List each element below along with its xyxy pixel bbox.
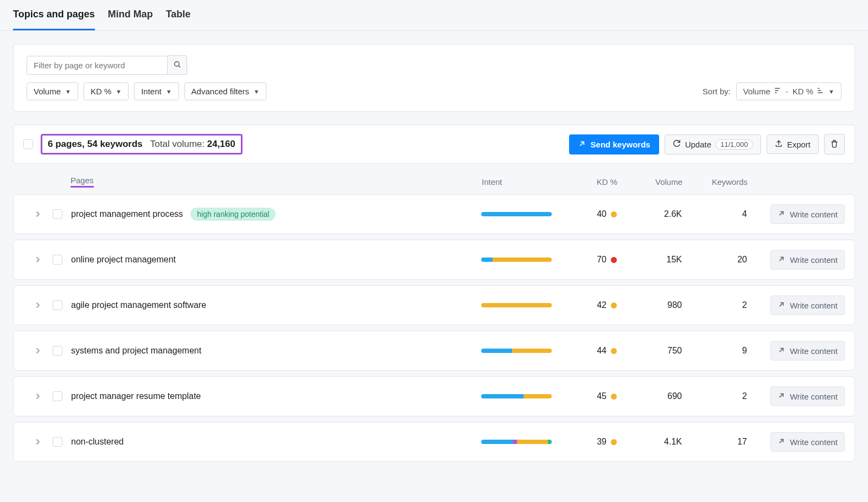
page-name[interactable]: project management process <box>71 209 183 219</box>
summary-highlight: 6 pages, 54 keywords Total volume: 24,16… <box>41 134 242 155</box>
volume-cell: 690 <box>617 391 682 401</box>
svg-point-0 <box>174 61 179 66</box>
keywords-cell: 17 <box>682 437 747 447</box>
export-button[interactable]: Export <box>767 134 819 154</box>
summary-volume-label: Total volume: <box>150 139 205 149</box>
intent-bar <box>481 440 552 444</box>
summary-bar: 6 pages, 54 keywords Total volume: 24,16… <box>13 125 855 164</box>
write-content-button[interactable]: Write content <box>770 341 845 361</box>
chevron-down-icon: ▼ <box>116 88 122 95</box>
kd-cell: 45 <box>563 391 617 401</box>
col-pages[interactable]: Pages <box>71 176 94 188</box>
expand-toggle[interactable] <box>23 210 53 218</box>
expand-toggle[interactable] <box>23 438 53 446</box>
arrow-icon <box>777 300 786 310</box>
col-kd[interactable]: KD % <box>563 177 617 186</box>
table-row: non-clustered394.1K17Write content <box>13 422 855 462</box>
row-checkbox[interactable] <box>53 346 62 356</box>
trash-icon <box>830 139 839 150</box>
volume-cell: 980 <box>617 300 682 310</box>
row-checkbox[interactable] <box>53 391 62 401</box>
search-input[interactable] <box>27 56 168 75</box>
table-row: project manager resume template456902Wri… <box>13 376 855 416</box>
table-row: project management processhigh ranking p… <box>13 194 855 234</box>
expand-toggle[interactable] <box>23 301 53 310</box>
expand-toggle[interactable] <box>23 392 53 401</box>
select-all-checkbox[interactable] <box>23 139 33 149</box>
page-cell: project management processhigh ranking p… <box>71 208 481 221</box>
table-row: systems and project management447509Writ… <box>13 331 855 371</box>
tab-bar: Topics and pages Mind Map Table <box>0 0 868 31</box>
write-content-button[interactable]: Write content <box>770 387 845 406</box>
expand-toggle[interactable] <box>23 347 53 355</box>
update-button[interactable]: Update 11/1,000 <box>665 134 761 155</box>
intent-bar <box>481 258 552 262</box>
filter-intent[interactable]: Intent▼ <box>134 82 178 100</box>
table-row: online project management7015K20Write co… <box>13 240 855 280</box>
page-cell: systems and project management <box>71 346 481 356</box>
write-content-button[interactable]: Write content <box>770 204 845 224</box>
kd-cell: 39 <box>563 437 617 447</box>
search-button[interactable] <box>168 55 187 75</box>
keywords-cell: 4 <box>682 209 747 219</box>
kd-cell: 42 <box>563 300 617 310</box>
kd-cell: 40 <box>563 209 617 219</box>
delete-button[interactable] <box>824 134 845 155</box>
expand-toggle[interactable] <box>23 256 53 264</box>
row-checkbox[interactable] <box>53 255 62 265</box>
sort-desc-icon <box>775 87 781 95</box>
volume-cell: 15K <box>617 255 682 265</box>
kd-dot-icon <box>611 394 617 400</box>
kd-cell: 70 <box>563 255 617 265</box>
row-checkbox[interactable] <box>53 209 62 219</box>
page-name[interactable]: project manager resume template <box>71 391 201 401</box>
arrow-icon <box>578 139 586 150</box>
row-checkbox[interactable] <box>53 300 62 310</box>
kd-cell: 44 <box>563 346 617 356</box>
table-row: agile project management software429802W… <box>13 285 855 325</box>
col-keywords[interactable]: Keywords <box>682 177 748 186</box>
svg-line-1 <box>178 66 180 67</box>
chevron-down-icon: ▼ <box>65 88 71 95</box>
col-intent[interactable]: Intent <box>482 177 563 186</box>
page-name[interactable]: non-clustered <box>71 437 124 447</box>
filter-kd[interactable]: KD %▼ <box>84 82 129 100</box>
row-checkbox[interactable] <box>53 437 62 447</box>
tab-mind-map[interactable]: Mind Map <box>108 0 153 30</box>
arrow-icon <box>777 437 786 447</box>
volume-cell: 4.1K <box>617 437 682 447</box>
page-name[interactable]: online project management <box>71 255 176 265</box>
intent-bar <box>481 212 552 216</box>
tab-topics-pages[interactable]: Topics and pages <box>13 0 95 30</box>
write-content-button[interactable]: Write content <box>770 295 845 315</box>
keywords-cell: 20 <box>682 255 747 265</box>
col-volume[interactable]: Volume <box>617 177 682 186</box>
send-keywords-button[interactable]: Send keywords <box>569 134 659 155</box>
keywords-cell: 2 <box>682 300 747 310</box>
kd-dot-icon <box>611 257 617 263</box>
kd-dot-icon <box>611 439 617 445</box>
summary-pages-keywords: 6 pages, 54 keywords <box>48 139 143 150</box>
page-name[interactable]: systems and project management <box>71 346 201 356</box>
kd-dot-icon <box>611 211 617 217</box>
intent-bar <box>481 303 552 307</box>
ranking-potential-tag: high ranking potential <box>190 208 276 221</box>
volume-cell: 750 <box>617 346 682 356</box>
results-table: Pages Intent KD % Volume Keywords projec… <box>13 169 855 462</box>
page-cell: online project management <box>71 255 481 265</box>
arrow-icon <box>777 255 786 265</box>
write-content-button[interactable]: Write content <box>770 432 845 452</box>
filter-volume[interactable]: Volume▼ <box>27 82 78 100</box>
kd-dot-icon <box>611 348 617 354</box>
chevron-down-icon: ▼ <box>253 88 259 95</box>
refresh-icon <box>673 139 681 149</box>
intent-bar <box>481 349 552 353</box>
filter-advanced[interactable]: Advanced filters▼ <box>184 82 267 100</box>
search-icon <box>173 60 182 70</box>
intent-bar <box>481 394 552 398</box>
sort-select[interactable]: Volume - KD % ▼ <box>736 82 841 100</box>
chevron-down-icon: ▼ <box>166 88 172 95</box>
page-name[interactable]: agile project management software <box>71 300 206 310</box>
tab-table[interactable]: Table <box>166 0 191 30</box>
write-content-button[interactable]: Write content <box>770 250 845 269</box>
